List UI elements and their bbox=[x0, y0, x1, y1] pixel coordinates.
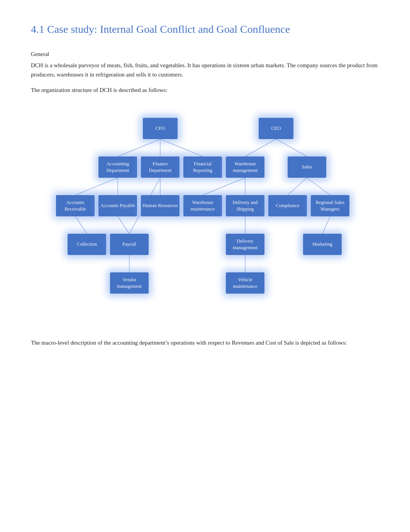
svg-line-2 bbox=[160, 139, 203, 156]
org-node-compliance: Compliance bbox=[268, 195, 307, 216]
org-node-acct_dept: Accounting Department bbox=[98, 156, 137, 178]
svg-line-13 bbox=[75, 216, 87, 234]
svg-line-14 bbox=[118, 216, 129, 234]
org-node-collection: Collection bbox=[68, 234, 106, 255]
org-node-cfo: CFO bbox=[143, 118, 178, 139]
svg-line-0 bbox=[118, 139, 160, 156]
paragraph1: DCH is a wholesale purveyor of meats, fi… bbox=[31, 61, 379, 79]
org-node-vendor_mgmt: Vendor management bbox=[110, 272, 149, 294]
general-label: General bbox=[31, 51, 379, 58]
svg-line-9 bbox=[203, 178, 245, 195]
svg-line-11 bbox=[288, 178, 307, 195]
svg-line-5 bbox=[75, 178, 118, 195]
org-node-wh_mgmt: Warehouse management bbox=[226, 156, 264, 178]
org-node-wh_maint: Warehouse maintenance bbox=[183, 195, 222, 216]
org-node-ceo: CEO bbox=[259, 118, 293, 139]
org-node-hr: Human Resources bbox=[141, 195, 180, 216]
paragraph2: The organization structure of DCH is des… bbox=[31, 85, 379, 95]
org-node-reg_sales: Regional Sales Managers bbox=[311, 195, 349, 216]
org-node-del_ship: Delivery and Shipping bbox=[226, 195, 264, 216]
svg-line-3 bbox=[245, 139, 276, 156]
section-title: 4.1 Case study: Internal Goal Conflict a… bbox=[31, 23, 379, 36]
org-node-sales: Sales bbox=[288, 156, 326, 178]
svg-line-16 bbox=[322, 216, 330, 234]
org-chart: CFOCEOAccounting DepartmentFinance Depar… bbox=[31, 106, 379, 323]
org-node-veh_maint: Vehicle maintenance bbox=[226, 272, 264, 294]
org-node-payroll: Payroll bbox=[110, 234, 149, 255]
svg-line-4 bbox=[276, 139, 307, 156]
org-node-marketing: Marketing bbox=[303, 234, 342, 255]
org-node-fin_rep: Financial Reporting bbox=[183, 156, 222, 178]
org-node-acct_rec: Accounts Receivable bbox=[56, 195, 95, 216]
svg-line-12 bbox=[307, 178, 330, 195]
org-node-del_mgmt: Delivery management bbox=[226, 234, 264, 255]
org-node-acct_pay: Accounts Payable bbox=[98, 195, 137, 216]
paragraph3: The macro-level description of the accou… bbox=[31, 338, 379, 347]
org-node-fin_dept: Finance Department bbox=[141, 156, 180, 178]
